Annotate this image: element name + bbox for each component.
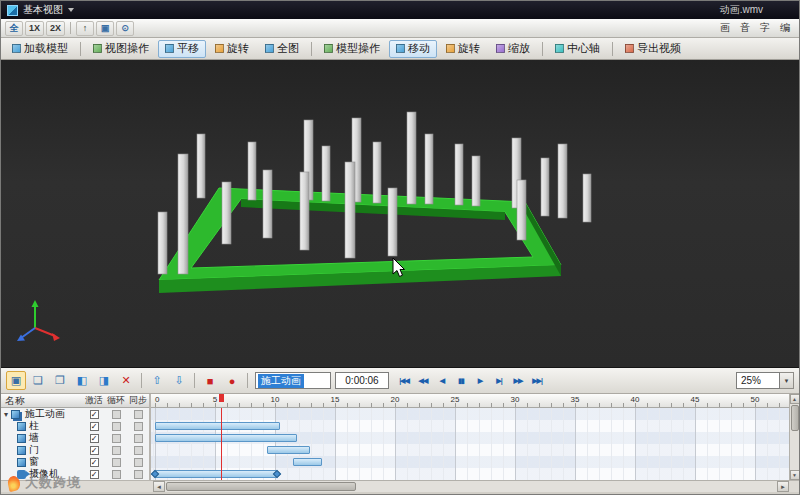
scroll-right-icon[interactable]: ► (777, 481, 789, 492)
toolbar-separator (542, 42, 543, 56)
loop-checkbox[interactable] (112, 422, 121, 431)
horizontal-scroll-track[interactable] (356, 481, 777, 492)
sync-checkbox[interactable] (134, 410, 143, 419)
rotate-view-button-icon (215, 44, 224, 53)
horizontal-scrollbar[interactable]: ◄ ► (153, 480, 789, 492)
rotate-model-button[interactable]: 旋转 (439, 40, 487, 58)
sync-checkbox[interactable] (134, 434, 143, 443)
scroll-down-icon[interactable]: ▼ (790, 470, 800, 480)
export-video-button[interactable]: 导出视频 (618, 40, 688, 58)
playhead[interactable] (221, 408, 222, 480)
speed-1x-button[interactable]: 1X (25, 21, 44, 36)
step-back-button[interactable]: ◀ (433, 372, 451, 389)
expander-icon[interactable]: ▾ (4, 410, 8, 419)
stop-button[interactable]: ■ (200, 371, 220, 390)
playhead-handle[interactable] (219, 394, 224, 402)
loop-checkbox[interactable] (112, 434, 121, 443)
model-ops-button[interactable]: 模型操作 (317, 40, 387, 58)
record-button[interactable]: ● (222, 371, 242, 390)
step-forward-button[interactable]: ▶| (490, 372, 508, 389)
move-button[interactable]: 移动 (389, 40, 437, 58)
loop-checkbox[interactable] (112, 446, 121, 455)
quick-toolbar-items: 全1X2X↑▣⊙ (5, 21, 134, 36)
active-checkbox[interactable]: ✓ (90, 446, 99, 455)
animation-name-field[interactable]: 施工动画 (255, 372, 331, 389)
animation-wizard-button[interactable]: ▣ (6, 371, 26, 390)
timeline-body: 名称 激活 循环 同步 ▾施工动画✓柱✓墙✓门✓窗✓摄像机✓ 051015202… (1, 394, 799, 480)
active-checkbox[interactable]: ✓ (90, 410, 99, 419)
go-end-button[interactable]: ▶▶| (528, 372, 546, 389)
viewport[interactable] (1, 60, 799, 368)
fit-all-button[interactable]: 全图 (258, 40, 306, 58)
play-button[interactable]: ▶ (471, 372, 489, 389)
viewport-3d-scene[interactable] (1, 60, 800, 368)
column (322, 146, 330, 201)
scroll-left-icon[interactable]: ◄ (153, 481, 165, 492)
speed-2x-button[interactable]: 2X (46, 21, 65, 36)
move-down-button[interactable]: ⇩ (169, 371, 189, 390)
new-animation-button[interactable]: ❏ (28, 371, 48, 390)
timeline-grid[interactable] (151, 408, 789, 480)
sync-checkbox[interactable] (134, 446, 143, 455)
sync-checkbox[interactable] (134, 470, 143, 479)
column-header-active: 激活 (83, 394, 105, 407)
pause-button[interactable]: ▮▮ (452, 372, 470, 389)
tab-subtitle[interactable]: 字 (755, 21, 775, 36)
main-toolbar: 加载模型视图操作平移旋转全图模型操作移动旋转缩放中心轴导出视频 (1, 38, 799, 60)
up-arrow-button[interactable]: ↑ (76, 21, 94, 36)
tab-edit[interactable]: 编 (775, 21, 795, 36)
delete-button[interactable]: ✕ (116, 371, 136, 390)
timeline-bar[interactable] (155, 434, 297, 442)
scale-button[interactable]: 缩放 (489, 40, 537, 58)
view-ops-button[interactable]: 视图操作 (86, 40, 156, 58)
chevron-down-icon[interactable]: ▼ (780, 372, 794, 389)
loop-checkbox[interactable] (112, 458, 121, 467)
loop-checkbox[interactable] (112, 410, 121, 419)
center-axis-button[interactable]: 中心轴 (548, 40, 607, 58)
sync-checkbox[interactable] (134, 458, 143, 467)
active-checkbox[interactable]: ✓ (90, 422, 99, 431)
view-menu-button[interactable]: 基本视图 (23, 3, 63, 17)
pan-button[interactable]: 平移 (158, 40, 206, 58)
fit-view-button[interactable]: 全 (5, 21, 23, 36)
tab-audio[interactable]: 音 (735, 21, 755, 36)
active-checkbox[interactable]: ✓ (90, 434, 99, 443)
export-video-button-icon (625, 44, 634, 53)
horizontal-scroll-thumb[interactable] (166, 482, 356, 491)
tab-screen[interactable]: 画 (715, 21, 735, 36)
timeline-bar[interactable] (267, 446, 310, 454)
timeline-bar[interactable] (155, 470, 277, 478)
edit-model-button[interactable]: ◨ (94, 371, 114, 390)
vertical-scrollbar[interactable]: ▲ ▼ (789, 394, 799, 480)
import-animation-button[interactable]: ❐ (50, 371, 70, 390)
add-model-button[interactable]: ◧ (72, 371, 92, 390)
column (472, 156, 480, 206)
zoom-combo[interactable]: 25% ▼ (736, 372, 794, 389)
cube-icon (17, 458, 26, 467)
toolbar-separator (141, 373, 142, 388)
fit-all-button-icon (265, 44, 274, 53)
locate-button[interactable]: ⊙ (116, 21, 134, 36)
timeline-ruler[interactable]: 05101520253035404550 (151, 394, 789, 408)
scroll-up-icon[interactable]: ▲ (790, 394, 800, 404)
hscroll-row: ◄ ► (1, 480, 799, 492)
column (425, 134, 433, 204)
sync-checkbox[interactable] (134, 422, 143, 431)
column (158, 212, 167, 274)
next-keyframe-button[interactable]: ▶▶ (509, 372, 527, 389)
move-up-button[interactable]: ⇧ (147, 371, 167, 390)
active-checkbox[interactable]: ✓ (90, 458, 99, 467)
timeline-bar[interactable] (155, 422, 280, 430)
load-model-button[interactable]: 加载模型 (5, 40, 75, 58)
rotate-view-button[interactable]: 旋转 (208, 40, 256, 58)
app-window: 基本视图 动画.wmv 全1X2X↑▣⊙ 画音字编 加载模型视图操作平移旋转全图… (0, 0, 800, 495)
time-display-field: 0:00:06 (335, 372, 389, 389)
column (373, 142, 381, 203)
vertical-scroll-thumb[interactable] (791, 405, 799, 431)
prev-keyframe-button[interactable]: ◀◀ (414, 372, 432, 389)
active-checkbox[interactable]: ✓ (90, 470, 99, 479)
timeline-bar[interactable] (293, 458, 322, 466)
go-start-button[interactable]: |◀◀ (395, 372, 413, 389)
snapshot-button[interactable]: ▣ (96, 21, 114, 36)
loop-checkbox[interactable] (112, 470, 121, 479)
